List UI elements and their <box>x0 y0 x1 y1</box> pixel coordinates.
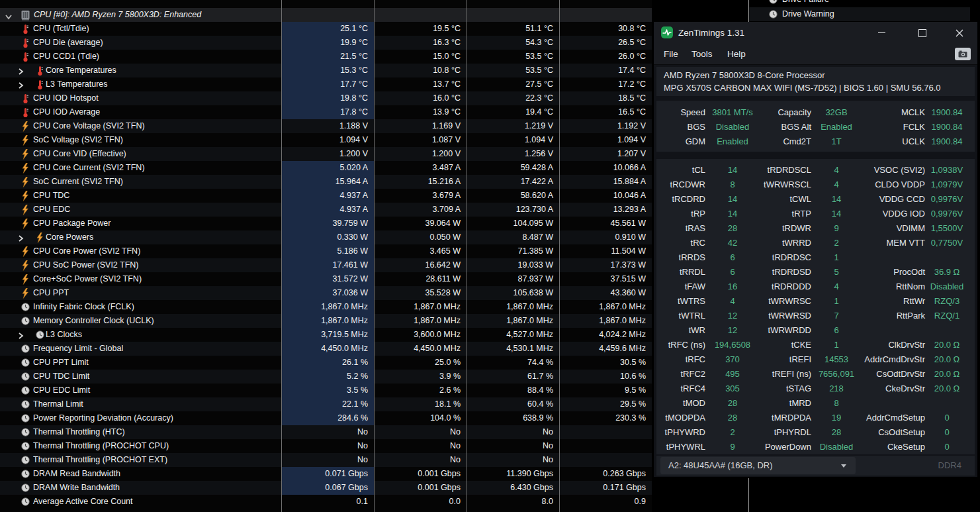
sensor-row[interactable]: CPU CCD1 (Tdie)21.5 °C15.0 °C53.5 °C26.0… <box>0 50 652 64</box>
timing-label: tWRWRSCL <box>760 178 811 192</box>
sensor-label-cell: Power Reporting Deviation (Accuracy) <box>0 411 281 425</box>
bolt-icon <box>21 135 31 146</box>
sensor-row[interactable]: Thermal Limit22.1 %18.1 %60.4 %29.5 % <box>0 397 652 411</box>
timing-value: RZQ/3 <box>925 294 969 309</box>
sensor-row[interactable]: DRAM Read Bandwidth0.071 Gbps0.001 Gbps1… <box>0 467 652 481</box>
sensor-value: 11.504 W <box>559 244 652 258</box>
collapse-chevron-icon[interactable] <box>5 11 13 19</box>
sensor-value: 0.9 <box>559 495 652 509</box>
sensor-row[interactable]: CPU Package Power39.759 W39.064 W104.095… <box>0 217 652 230</box>
timing-label: tWRWRDD <box>760 323 811 338</box>
expand-chevron-icon[interactable] <box>17 66 24 74</box>
sensor-value: 45.561 W <box>559 217 652 230</box>
expand-chevron-icon[interactable] <box>17 80 24 88</box>
timing-value: 6 <box>705 265 760 280</box>
timing-label: GDM <box>656 134 705 149</box>
sensor-value: 71.385 W <box>467 244 559 258</box>
sensor-name: CPU SoC Power (SVI2 TFN) <box>33 260 139 270</box>
timing-value: 20.0 Ω <box>925 382 969 396</box>
sensor-row[interactable]: Core Powers0.330 W0.050 W8.487 W0.910 W <box>0 230 652 244</box>
minimize-button[interactable] <box>867 22 896 44</box>
sensor-row[interactable]: CPU EDC4.937 A3.709 A123.730 A13.293 A <box>0 203 652 217</box>
bolt-icon <box>21 191 31 201</box>
sensor-group-header[interactable]: CPU [#0]: AMD Ryzen 7 5800X3D: Enhanced <box>0 8 652 22</box>
menu-file[interactable]: File <box>664 44 678 64</box>
timing-label: tFAW <box>656 280 705 294</box>
sensor-row[interactable]: CPU IOD Average17.8 °C13.9 °C19.4 °C16.5… <box>0 105 652 119</box>
timing-value: 305 <box>705 382 760 396</box>
timing-value: 1 <box>811 338 862 352</box>
sensor-row[interactable]: SoC Current (SVI2 TFN)15.964 A15.216 A17… <box>0 175 652 189</box>
sensor-row[interactable]: CPU Core Current (SVI2 TFN)5.020 A3.487 … <box>0 161 652 175</box>
memory-config-panel: Speed3801 MT/sCapacity32GBMCLK1900.84BGS… <box>656 101 975 152</box>
timing-value: Disabled <box>925 280 969 294</box>
sensor-row[interactable]: CPU Core Voltage (SVI2 TFN)1.188 V1.169 … <box>0 119 652 133</box>
timing-label: tRDRDSCL <box>760 163 811 178</box>
sensor-row[interactable]: CPU PPT37.036 W35.528 W105.638 W43.360 W <box>0 286 652 300</box>
zentimings-logo-icon <box>661 26 673 38</box>
sensor-row[interactable]: Thermal Throttling (HTC)NoNoNo <box>0 425 652 439</box>
title-bar[interactable]: ZenTimings 1.31 <box>654 22 977 44</box>
sensor-label-cell: CPU Core Current (SVI2 TFN) <box>0 161 281 175</box>
sensor-row[interactable]: Memory Controller Clock (UCLK)1,867.0 MH… <box>0 314 652 328</box>
sensor-row[interactable]: Drive Warning <box>749 7 970 21</box>
timing-label: tMRD <box>760 396 811 411</box>
timing-value: 20.0 Ω <box>925 367 969 382</box>
sensor-name: Thermal Throttling (PROCHOT CPU) <box>33 441 169 450</box>
sensor-label-cell: CPU CCD1 (Tdie) <box>0 50 281 64</box>
bolt-icon <box>35 232 46 243</box>
sensor-row[interactable]: CPU PPT Limit26.1 %25.0 %74.4 %30.5 % <box>0 356 652 370</box>
sensor-row[interactable]: Thermal Throttling (PROCHOT CPU)NoNoNo <box>0 439 652 453</box>
sensor-value: 15.884 A <box>559 175 652 189</box>
bolt-icon <box>21 205 31 215</box>
timing-label: tPHYWRD <box>656 425 705 440</box>
close-button[interactable] <box>945 22 974 44</box>
column-divider <box>467 0 467 512</box>
menu-tools[interactable]: Tools <box>691 44 713 64</box>
sensor-row[interactable]: CPU TDC Limit5.2 %3.9 %61.7 %10.6 % <box>0 370 652 384</box>
sensor-row[interactable]: Drive Failure <box>749 0 970 7</box>
expand-chevron-icon[interactable] <box>17 233 24 241</box>
expand-chevron-icon[interactable] <box>17 331 24 338</box>
sensor-row[interactable]: CPU Die (average)19.9 °C16.3 °C54.3 °C26… <box>0 36 652 50</box>
sensor-value: 1.087 V <box>374 133 467 147</box>
sensor-value: 3.679 A <box>374 189 467 203</box>
sensor-row[interactable]: SoC Voltage (SVI2 TFN)1.094 V1.087 V1.09… <box>0 133 652 147</box>
sensor-row[interactable]: CPU IOD Hotspot19.8 °C16.0 °C22.3 °C18.5… <box>0 91 652 105</box>
sensor-row[interactable]: CPU SoC Power (SVI2 TFN)17.461 W16.642 W… <box>0 258 652 272</box>
sensor-row[interactable]: Core+SoC Power (SVI2 TFN)31.572 W28.611 … <box>0 272 652 286</box>
sensor-value: 10.046 A <box>559 189 652 203</box>
sensor-row[interactable]: Thermal Throttling (PROCHOT EXT)NoNoNo <box>0 453 652 467</box>
sensor-value: 61.7 % <box>467 370 559 384</box>
sensor-value: 0.067 Gbps <box>281 481 374 495</box>
dimm-selector-dropdown[interactable]: A2: 48U45AA# (16GB, DR) <box>660 457 856 474</box>
sensor-row[interactable]: CPU EDC Limit3.5 %2.6 %88.4 %9.5 % <box>0 384 652 397</box>
sensor-row[interactable]: Power Reporting Deviation (Accuracy)284.… <box>0 411 652 425</box>
sensor-row[interactable]: Infinity Fabric Clock (FCLK)1,867.0 MHz1… <box>0 300 652 314</box>
sensor-value: 0.171 Gbps <box>559 481 652 495</box>
sensor-row[interactable]: CPU Core Power (SVI2 TFN)5.186 W3.465 W7… <box>0 244 652 258</box>
sensor-row[interactable]: CPU TDC4.937 A3.679 A58.620 A10.046 A <box>0 189 652 203</box>
sensor-row[interactable]: Core Temperatures15.3 °C10.8 °C53.5 °C17… <box>0 64 652 77</box>
screenshot-button[interactable] <box>955 48 971 60</box>
maximize-button[interactable] <box>908 22 937 44</box>
maximize-icon <box>918 29 926 37</box>
sensor-row[interactable]: Frequency Limit - Global4,450.0 MHz4,450… <box>0 342 652 356</box>
sensor-row[interactable]: Average Active Core Count0.10.08.00.9 <box>0 495 652 509</box>
menu-help[interactable]: Help <box>727 44 746 64</box>
timing-label: Cmd2T <box>760 134 811 149</box>
sensor-value: 5.020 A <box>281 161 374 175</box>
sensor-row[interactable]: L3 Clocks3,719.5 MHz3,600.0 MHz4,527.0 M… <box>0 328 652 342</box>
close-icon <box>956 29 963 37</box>
sensor-row[interactable]: CPU (Tctl/Tdie)25.1 °C19.5 °C51.1 °C30.8… <box>0 22 652 36</box>
sensor-row[interactable]: CPU Core VID (Effective)1.200 V1.200 V1.… <box>0 147 652 161</box>
sensor-row[interactable]: DRAM Write Bandwidth0.067 Gbps0.001 Gbps… <box>0 481 652 495</box>
sensor-row[interactable]: L3 Temperatures17.7 °C13.7 °C27.5 °C17.2… <box>0 77 652 91</box>
background-window-top: Drive Failure Drive Warning <box>652 0 980 22</box>
timing-value: 0,7750V <box>925 236 969 250</box>
sensor-name: Infinity Fabric Clock (FCLK) <box>33 302 134 311</box>
sensor-value: 15.3 °C <box>281 64 374 77</box>
sensor-name: CPU IOD Hotspot <box>33 93 99 103</box>
timing-value: 19 <box>811 411 862 425</box>
sensor-label-cell: Core Powers <box>0 230 281 244</box>
